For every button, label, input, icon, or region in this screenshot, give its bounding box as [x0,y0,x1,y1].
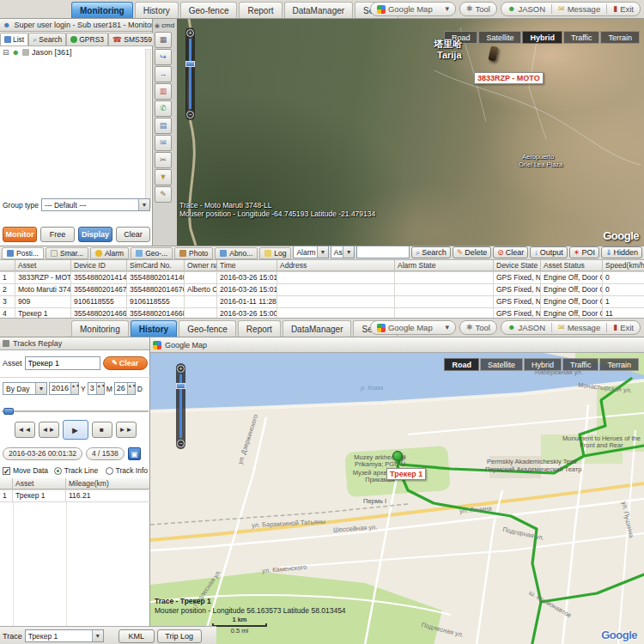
group-type-select[interactable]: --- Default --- ▼ [41,198,150,211]
maptype-satellite[interactable]: Satellite [478,31,521,44]
tree-item-jason[interactable]: ⊟ ☻ Jason [361] [0,46,152,58]
step-button[interactable]: ◄► [39,422,59,438]
message-button[interactable]: Message [568,323,601,332]
grid-poi-button[interactable]: ✶POI [569,246,599,258]
col-asset[interactable]: Asset [13,478,66,489]
replay-clear-button[interactable]: ✎ Clear [103,356,148,370]
play-button[interactable]: ► [63,420,88,440]
tab-history[interactable]: History [135,2,179,18]
sidebar-tab-list[interactable]: List [0,33,28,46]
sidebar-tab-sms[interactable]: ☎SMS359 [108,33,156,46]
satellite-map[interactable]: + − Road Satellite Hybrid Traffic Terrai… [177,19,644,246]
table-row[interactable]: 13833RZP - MOTO3554880201414083554880201… [0,272,644,284]
asset-filter-select[interactable]: Asset ▼ [331,246,355,258]
year-stepper[interactable]: 2016▲▼ [49,382,79,395]
chevron-down-icon[interactable]: ▼ [138,199,149,210]
sidebar-tab-search[interactable]: ⌕Search [28,33,66,46]
zoom-out-icon[interactable]: − [177,440,185,447]
col-simcard[interactable]: SimCard No. [127,260,185,271]
progress-track[interactable] [2,410,149,412]
grid-tab-position[interactable]: Posti... [2,247,44,259]
message-button[interactable]: Message [568,4,601,14]
maptype-road[interactable]: Road [444,358,479,371]
grid-search-input[interactable] [356,246,410,258]
zoom-handle[interactable] [176,383,185,389]
call-button[interactable]: ✆ [155,100,172,117]
maptype-terrain[interactable]: Terrain [599,358,639,371]
chevron-down-icon[interactable]: ▼ [343,246,354,258]
col-rownum[interactable] [0,260,15,271]
report-button[interactable]: ▥ [155,83,172,100]
grid-clear-button[interactable]: ⊘Clear [493,246,528,258]
forward-button[interactable]: → [155,66,172,82]
table-row[interactable]: 1 Трекер 1 116.21 [0,490,150,502]
zoom-slider[interactable]: + − [176,363,185,449]
grid-hidden-button[interactable]: ⇓Hidden [601,246,642,258]
exit-button[interactable]: Exit [620,4,634,14]
card-button[interactable]: ▤ [155,118,172,134]
col-assetstatus[interactable]: Asset Status [541,260,603,271]
table-row[interactable]: 3909910611855591061185552016-01-11 11:28… [0,296,644,308]
col-owner[interactable]: Owner name [185,260,217,271]
spinner-arrows-icon[interactable]: ▲▼ [96,383,104,394]
maptype-traffic[interactable]: Traffic [563,31,600,44]
col-time[interactable]: Time [217,260,277,271]
tool-button[interactable]: ✱ Tool [459,2,497,16]
period-mode-select[interactable]: By Day ▼ [3,382,47,395]
maptype-terrain[interactable]: Terrain [600,31,640,44]
col-asset[interactable]: Asset [15,260,71,271]
col-alarmstate[interactable]: Alarm State [395,260,494,271]
maptype-hybrid[interactable]: Hybrid [522,31,562,44]
grid-output-button[interactable]: ↓Output [530,246,568,258]
filter-button[interactable]: ▼ [155,169,172,185]
col-mileage[interactable]: Mileage(km) [66,478,149,489]
tab-history[interactable]: History [131,320,177,337]
triplog-button[interactable]: Trip Log [157,629,202,643]
tab-report[interactable]: Report [238,320,281,337]
send-command-button[interactable]: ↪ [155,49,172,65]
grid-tab-smart[interactable]: Smar... [46,247,88,259]
track-info-radio[interactable] [106,467,113,475]
chevron-down-icon[interactable]: ▼ [317,246,328,258]
move-data-checkbox[interactable]: ✓ [3,467,10,475]
display-button[interactable]: Display [78,227,112,242]
spinner-arrows-icon[interactable]: ▲▼ [127,383,135,394]
grid-tab-geofence[interactable]: Geo-... [131,247,173,259]
table-row[interactable]: 2Moto Maruti 3748-LL35548802014676935548… [0,284,644,296]
capture-button[interactable]: ▦ [155,32,172,48]
exit-button[interactable]: Exit [620,323,634,332]
maptype-satellite[interactable]: Satellite [480,358,523,371]
sidebar-tab-gprs[interactable]: GPRS3 [66,33,108,46]
replay-progress-slider[interactable] [2,408,149,415]
col-deviceid[interactable]: Device ID [71,260,127,271]
zoom-slider[interactable]: + − [185,27,195,120]
map-provider-select[interactable]: Google Map ▾ [370,320,456,335]
tab-datamanager[interactable]: DataManager [283,320,352,337]
tab-report[interactable]: Report [239,2,282,18]
track-marker-label[interactable]: Трекер 1 [386,468,426,480]
expand-icon[interactable]: ⊟ [3,49,9,57]
spinner-arrows-icon[interactable]: ▲▼ [70,383,78,394]
map-provider-select[interactable]: Google Map ▾ [370,2,456,16]
user-button[interactable]: JASON [518,4,545,14]
mail-button[interactable]: ✉ [155,135,172,151]
tab-monitoring[interactable]: Monitoring [71,2,133,18]
chevron-down-icon[interactable]: ▾ [445,5,449,13]
zoom-handle[interactable] [185,61,195,67]
tab-datamanager[interactable]: DataManager [284,2,354,18]
table-row[interactable]: 4Трекер 13554880201466893554880201466892… [0,308,644,318]
grid-tab-photo[interactable]: Photo [174,247,213,259]
col-rownum[interactable] [0,478,13,489]
chevron-down-icon[interactable]: ▾ [445,324,449,331]
grid-delete-button[interactable]: ✎Delete [453,246,492,258]
col-devicestate[interactable]: Device State [494,260,541,271]
zoom-in-icon[interactable]: + [186,29,194,37]
free-button[interactable]: Free [40,227,75,242]
asset-input[interactable] [25,356,100,370]
month-stepper[interactable]: 3▲▼ [88,382,105,395]
col-address[interactable]: Address [277,260,395,271]
chevron-down-icon[interactable]: ▼ [92,630,103,641]
chevron-down-icon[interactable]: ▼ [35,383,46,394]
grid-search-button[interactable]: ⌕Search [411,246,451,258]
fastforward-button[interactable]: ►► [116,422,137,438]
